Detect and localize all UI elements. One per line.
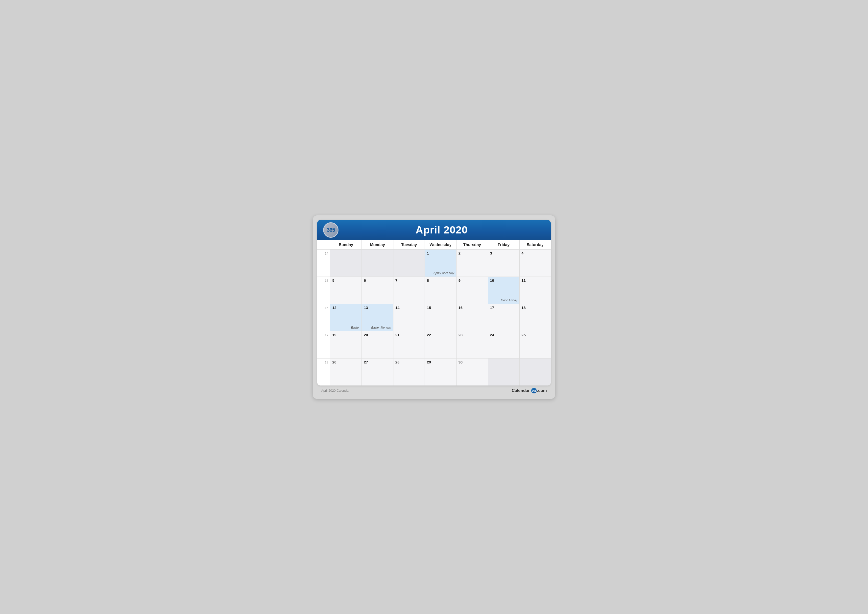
cell-date: 9 [459, 278, 486, 283]
cell-date: 15 [427, 306, 454, 310]
week-number-15: 15 [317, 277, 330, 304]
cal-cell[interactable]: 2 [456, 249, 488, 277]
day-header-monday: Monday [361, 240, 393, 249]
cal-cell[interactable]: 16 [456, 304, 488, 331]
cell-date: 1 [427, 251, 454, 255]
logo-badge: 365 [323, 222, 338, 238]
cal-cell[interactable]: 7 [393, 277, 425, 304]
footer-caption: April 2020 Calendar [321, 389, 350, 392]
cell-date: 14 [395, 306, 423, 310]
cal-cell[interactable]: 25 [519, 331, 551, 358]
cell-date: 7 [395, 278, 423, 283]
cal-cell[interactable]: 11 [519, 277, 551, 304]
cell-date: 27 [364, 360, 391, 364]
week-number-14: 14 [317, 249, 330, 277]
cal-cell[interactable]: 3 [488, 249, 519, 277]
cell-date: 18 [522, 306, 549, 310]
cal-cell[interactable]: 17 [488, 304, 519, 331]
cal-cell[interactable]: 10Good Friday [488, 277, 519, 304]
cell-date: 19 [332, 333, 360, 337]
cell-date: 13 [364, 306, 391, 310]
cal-cell [330, 249, 361, 277]
cell-date: 12 [332, 306, 360, 310]
cell-date: 25 [522, 333, 549, 337]
calendar-body: 141April Fool's Day234155678910Good Frid… [317, 249, 551, 385]
cell-date: 11 [522, 278, 549, 283]
week-label-header [317, 240, 330, 249]
cal-cell[interactable]: 9 [456, 277, 488, 304]
day-header-wednesday: Wednesday [425, 240, 456, 249]
brand-badge: 365 [531, 388, 537, 393]
day-header-friday: Friday [488, 240, 519, 249]
cell-holiday: Good Friday [501, 298, 518, 302]
cal-cell[interactable]: 28 [393, 358, 425, 385]
cell-date: 21 [395, 333, 423, 337]
cal-cell[interactable]: 8 [425, 277, 456, 304]
cal-cell[interactable]: 18 [519, 304, 551, 331]
cal-cell[interactable]: 4 [519, 249, 551, 277]
cell-date: 17 [490, 306, 517, 310]
cal-cell[interactable]: 6 [361, 277, 393, 304]
cell-holiday: Easter Monday [371, 326, 391, 329]
cal-cell[interactable]: 24 [488, 331, 519, 358]
cal-cell[interactable]: 15 [425, 304, 456, 331]
week-number-17: 17 [317, 331, 330, 358]
cal-cell[interactable]: 19 [330, 331, 361, 358]
cal-cell [519, 358, 551, 385]
week-number-16: 16 [317, 304, 330, 331]
cal-cell[interactable]: 20 [361, 331, 393, 358]
footer-brand: Calendar- 365 .com [512, 388, 547, 393]
cell-holiday: April Fool's Day [434, 271, 454, 275]
cell-date: 5 [332, 278, 360, 283]
cell-date: 8 [427, 278, 454, 283]
calendar-header: 365 April 2020 [317, 220, 551, 240]
cal-cell[interactable]: 29 [425, 358, 456, 385]
cal-cell[interactable]: 30 [456, 358, 488, 385]
cell-date: 29 [427, 360, 454, 364]
cell-date: 24 [490, 333, 517, 337]
cell-date: 16 [459, 306, 486, 310]
cal-cell[interactable]: 13Easter Monday [361, 304, 393, 331]
cal-cell [393, 249, 425, 277]
cal-cell[interactable]: 14 [393, 304, 425, 331]
cell-date: 30 [459, 360, 486, 364]
cal-cell[interactable]: 5 [330, 277, 361, 304]
week-number-18: 18 [317, 358, 330, 385]
cell-date: 22 [427, 333, 454, 337]
cal-cell[interactable]: 1April Fool's Day [425, 249, 456, 277]
cal-cell[interactable]: 27 [361, 358, 393, 385]
cell-date: 20 [364, 333, 391, 337]
cell-date: 2 [459, 251, 486, 255]
page-wrapper: 365 April 2020 Sunday Monday Tuesday Wed… [313, 215, 555, 399]
cell-date: 26 [332, 360, 360, 364]
day-header-sunday: Sunday [330, 240, 361, 249]
cell-date: 23 [459, 333, 486, 337]
cell-date: 10 [490, 278, 517, 283]
cal-cell[interactable]: 22 [425, 331, 456, 358]
cal-cell [488, 358, 519, 385]
days-header: Sunday Monday Tuesday Wednesday Thursday… [317, 240, 551, 249]
cal-cell[interactable]: 26 [330, 358, 361, 385]
brand-com: .com [537, 388, 547, 393]
cell-date: 3 [490, 251, 517, 255]
cell-date: 28 [395, 360, 423, 364]
header-title: April 2020 [338, 224, 545, 236]
footer-bar: April 2020 Calendar Calendar- 365 .com [317, 385, 551, 395]
day-header-saturday: Saturday [519, 240, 551, 249]
calendar-container: 365 April 2020 Sunday Monday Tuesday Wed… [317, 220, 551, 385]
cell-date: 4 [522, 251, 549, 255]
day-header-tuesday: Tuesday [393, 240, 425, 249]
cal-cell [361, 249, 393, 277]
cal-cell[interactable]: 23 [456, 331, 488, 358]
cell-date: 6 [364, 278, 391, 283]
cal-cell[interactable]: 21 [393, 331, 425, 358]
brand-cal: Calendar- [512, 388, 531, 393]
cal-cell[interactable]: 12Easter [330, 304, 361, 331]
day-header-thursday: Thursday [456, 240, 488, 249]
cell-holiday: Easter [351, 326, 360, 329]
